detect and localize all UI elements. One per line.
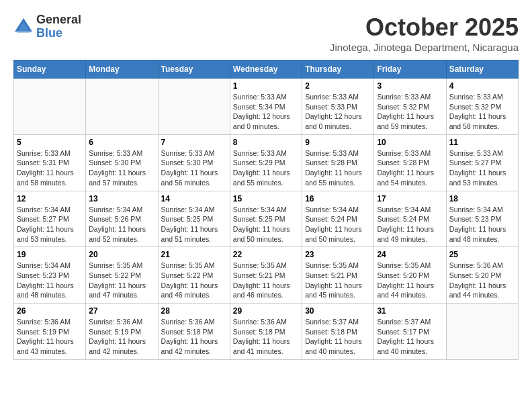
day-number: 26 — [17, 306, 83, 316]
location-title: Jinotega, Jinotega Department, Nicaragua — [330, 42, 519, 53]
day-number: 14 — [161, 194, 227, 203]
day-info: Sunrise: 5:33 AM Sunset: 5:30 PM Dayligh… — [89, 148, 154, 188]
page-header: General Blue October 2025 Jinotega, Jino… — [13, 13, 519, 53]
day-number: 9 — [305, 138, 371, 147]
day-info: Sunrise: 5:35 AM Sunset: 5:22 PM Dayligh… — [89, 261, 154, 300]
day-info: Sunrise: 5:33 AM Sunset: 5:31 PM Dayligh… — [17, 148, 83, 188]
day-number: 7 — [161, 138, 227, 147]
day-number: 13 — [89, 194, 154, 203]
calendar-cell — [86, 79, 158, 135]
calendar-cell: 7Sunrise: 5:33 AM Sunset: 5:30 PM Daylig… — [158, 134, 230, 191]
logo-blue-text: Blue — [36, 27, 81, 40]
day-number: 11 — [449, 138, 515, 147]
day-of-week-header: Tuesday — [158, 60, 230, 79]
calendar-header: SundayMondayTuesdayWednesdayThursdayFrid… — [14, 60, 519, 79]
day-info: Sunrise: 5:36 AM Sunset: 5:18 PM Dayligh… — [233, 317, 299, 357]
day-number: 25 — [449, 250, 515, 259]
logo-general-text: General — [36, 13, 81, 27]
day-info: Sunrise: 5:34 AM Sunset: 5:24 PM Dayligh… — [305, 205, 371, 244]
calendar-cell: 26Sunrise: 5:36 AM Sunset: 5:19 PM Dayli… — [14, 304, 86, 360]
calendar-cell — [158, 79, 230, 135]
calendar-cell — [14, 79, 86, 135]
calendar-cell: 10Sunrise: 5:33 AM Sunset: 5:28 PM Dayli… — [374, 134, 446, 191]
day-number: 28 — [161, 306, 227, 316]
calendar-cell: 9Sunrise: 5:33 AM Sunset: 5:28 PM Daylig… — [302, 134, 374, 191]
day-info: Sunrise: 5:33 AM Sunset: 5:33 PM Dayligh… — [305, 92, 371, 132]
day-info: Sunrise: 5:33 AM Sunset: 5:29 PM Dayligh… — [233, 148, 299, 188]
day-of-week-header: Friday — [374, 60, 446, 79]
day-info: Sunrise: 5:33 AM Sunset: 5:32 PM Dayligh… — [377, 92, 443, 132]
day-number: 1 — [233, 81, 299, 91]
day-number: 4 — [449, 81, 515, 91]
logo-icon — [13, 17, 34, 37]
day-number: 21 — [161, 250, 227, 259]
day-number: 19 — [17, 250, 83, 259]
day-number: 8 — [233, 138, 299, 147]
calendar-cell: 18Sunrise: 5:34 AM Sunset: 5:23 PM Dayli… — [446, 191, 518, 247]
calendar-cell: 12Sunrise: 5:34 AM Sunset: 5:27 PM Dayli… — [14, 191, 86, 247]
logo: General Blue — [13, 13, 81, 40]
calendar-cell: 27Sunrise: 5:36 AM Sunset: 5:19 PM Dayli… — [86, 304, 158, 360]
title-block: October 2025 Jinotega, Jinotega Departme… — [330, 13, 519, 53]
day-info: Sunrise: 5:35 AM Sunset: 5:20 PM Dayligh… — [377, 261, 443, 300]
calendar-cell: 21Sunrise: 5:35 AM Sunset: 5:22 PM Dayli… — [158, 247, 230, 304]
day-info: Sunrise: 5:34 AM Sunset: 5:23 PM Dayligh… — [449, 205, 515, 244]
day-number: 15 — [233, 194, 299, 203]
day-info: Sunrise: 5:34 AM Sunset: 5:24 PM Dayligh… — [377, 205, 443, 244]
day-info: Sunrise: 5:33 AM Sunset: 5:30 PM Dayligh… — [161, 148, 227, 188]
calendar-cell: 31Sunrise: 5:37 AM Sunset: 5:17 PM Dayli… — [374, 304, 446, 360]
day-number: 23 — [305, 250, 371, 259]
calendar-week-row: 19Sunrise: 5:34 AM Sunset: 5:23 PM Dayli… — [14, 247, 519, 304]
day-number: 18 — [449, 194, 515, 203]
calendar-week-row: 1Sunrise: 5:33 AM Sunset: 5:34 PM Daylig… — [14, 79, 519, 135]
day-number: 12 — [17, 194, 83, 203]
calendar-cell: 24Sunrise: 5:35 AM Sunset: 5:20 PM Dayli… — [374, 247, 446, 304]
day-info: Sunrise: 5:36 AM Sunset: 5:18 PM Dayligh… — [161, 317, 227, 357]
calendar-cell: 23Sunrise: 5:35 AM Sunset: 5:21 PM Dayli… — [302, 247, 374, 304]
day-number: 17 — [377, 194, 443, 203]
day-number: 31 — [377, 306, 443, 316]
calendar-cell: 16Sunrise: 5:34 AM Sunset: 5:24 PM Dayli… — [302, 191, 374, 247]
day-info: Sunrise: 5:33 AM Sunset: 5:32 PM Dayligh… — [449, 92, 515, 132]
day-info: Sunrise: 5:37 AM Sunset: 5:18 PM Dayligh… — [305, 317, 371, 357]
calendar-cell: 20Sunrise: 5:35 AM Sunset: 5:22 PM Dayli… — [86, 247, 158, 304]
day-number: 10 — [377, 138, 443, 147]
calendar-week-row: 5Sunrise: 5:33 AM Sunset: 5:31 PM Daylig… — [14, 134, 519, 191]
calendar-cell: 5Sunrise: 5:33 AM Sunset: 5:31 PM Daylig… — [14, 134, 86, 191]
day-info: Sunrise: 5:33 AM Sunset: 5:27 PM Dayligh… — [449, 148, 515, 188]
day-number: 3 — [377, 81, 443, 91]
day-info: Sunrise: 5:37 AM Sunset: 5:17 PM Dayligh… — [377, 317, 443, 357]
calendar-cell: 19Sunrise: 5:34 AM Sunset: 5:23 PM Dayli… — [14, 247, 86, 304]
day-info: Sunrise: 5:36 AM Sunset: 5:19 PM Dayligh… — [17, 317, 83, 357]
calendar-cell: 8Sunrise: 5:33 AM Sunset: 5:29 PM Daylig… — [230, 134, 302, 191]
day-info: Sunrise: 5:35 AM Sunset: 5:21 PM Dayligh… — [305, 261, 371, 300]
day-info: Sunrise: 5:34 AM Sunset: 5:25 PM Dayligh… — [161, 205, 227, 244]
day-of-week-header: Sunday — [14, 60, 86, 79]
day-number: 24 — [377, 250, 443, 259]
calendar-cell: 4Sunrise: 5:33 AM Sunset: 5:32 PM Daylig… — [446, 79, 518, 135]
day-info: Sunrise: 5:34 AM Sunset: 5:27 PM Dayligh… — [17, 205, 83, 244]
calendar-cell: 22Sunrise: 5:35 AM Sunset: 5:21 PM Dayli… — [230, 247, 302, 304]
calendar-cell: 17Sunrise: 5:34 AM Sunset: 5:24 PM Dayli… — [374, 191, 446, 247]
calendar-cell: 1Sunrise: 5:33 AM Sunset: 5:34 PM Daylig… — [230, 79, 302, 135]
day-info: Sunrise: 5:35 AM Sunset: 5:22 PM Dayligh… — [161, 261, 227, 300]
day-of-week-header: Monday — [86, 60, 158, 79]
calendar-table: SundayMondayTuesdayWednesdayThursdayFrid… — [13, 60, 519, 360]
day-number: 6 — [89, 138, 154, 147]
day-of-week-header: Thursday — [302, 60, 374, 79]
day-number: 29 — [233, 306, 299, 316]
day-info: Sunrise: 5:34 AM Sunset: 5:26 PM Dayligh… — [89, 205, 154, 244]
day-info: Sunrise: 5:36 AM Sunset: 5:20 PM Dayligh… — [449, 261, 515, 300]
day-of-week-header: Wednesday — [230, 60, 302, 79]
calendar-cell: 28Sunrise: 5:36 AM Sunset: 5:18 PM Dayli… — [158, 304, 230, 360]
calendar-cell: 15Sunrise: 5:34 AM Sunset: 5:25 PM Dayli… — [230, 191, 302, 247]
day-number: 2 — [305, 81, 371, 91]
day-number: 30 — [305, 306, 371, 316]
day-of-week-header: Saturday — [446, 60, 518, 79]
calendar-cell — [446, 304, 518, 360]
calendar-cell: 29Sunrise: 5:36 AM Sunset: 5:18 PM Dayli… — [230, 304, 302, 360]
calendar-cell: 25Sunrise: 5:36 AM Sunset: 5:20 PM Dayli… — [446, 247, 518, 304]
day-info: Sunrise: 5:33 AM Sunset: 5:34 PM Dayligh… — [233, 92, 299, 132]
calendar-cell: 2Sunrise: 5:33 AM Sunset: 5:33 PM Daylig… — [302, 79, 374, 135]
day-info: Sunrise: 5:36 AM Sunset: 5:19 PM Dayligh… — [89, 317, 154, 357]
